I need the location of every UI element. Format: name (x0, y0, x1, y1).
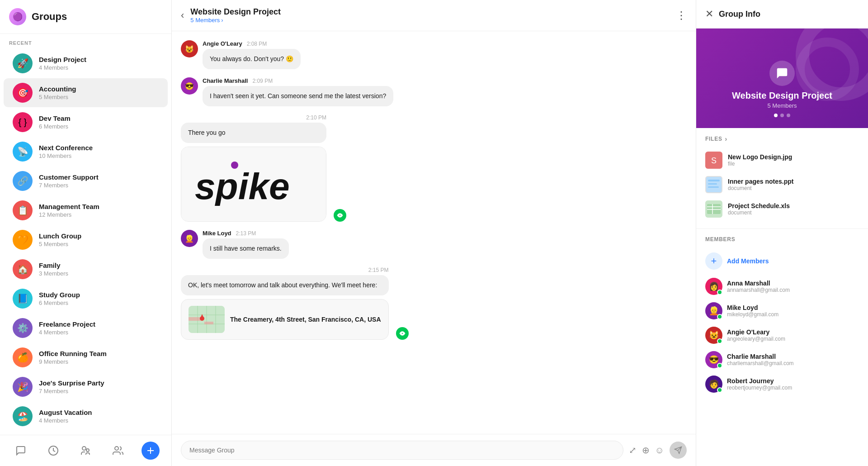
member-status-mike (717, 314, 722, 319)
files-section: FILES › SNew Logo Design.jpgfileInner pa… (696, 128, 868, 228)
sidebar-title: Groups (32, 11, 67, 23)
file-item-f1[interactable]: SNew Logo Design.jpgfile (705, 148, 859, 172)
group-item-freelance-project[interactable]: ⚙️Freelance Project4 Members (4, 314, 168, 342)
chat-title: Website Design Project (190, 7, 281, 17)
member-email-anna: annamarshall@gmail.com (727, 287, 790, 293)
banner-members-count: 5 Members (767, 102, 797, 109)
input-actions: ⤢ ⊕ ☺ (629, 442, 687, 459)
message-bubble: I still have some remarks. (203, 238, 289, 259)
nav-chat-icon[interactable] (12, 442, 30, 460)
file-thumbnail-f3 (705, 200, 722, 218)
member-email-mike: mikeloyd@gmail.com (727, 311, 778, 318)
members-section-title: MEMBERS (705, 236, 859, 243)
message-avatar: 👱 (181, 230, 198, 247)
add-members-button[interactable]: + Add Members (705, 248, 859, 274)
group-members-next-conference: 10 Members (39, 152, 159, 159)
chat-members-count: 5 Members (190, 17, 220, 24)
member-item-mike[interactable]: 👱Mike Loydmikeloyd@gmail.com (705, 299, 859, 323)
emoji-icon[interactable]: ☺ (655, 445, 664, 456)
group-item-family[interactable]: 🏠Family3 Members (4, 255, 168, 284)
close-button[interactable]: ✕ (705, 8, 713, 20)
more-options-button[interactable]: ⋮ (676, 9, 687, 21)
svg-point-1 (82, 447, 86, 450)
group-name-dev-team: Dev Team (39, 114, 159, 122)
member-email-angie: angieolearу@gmail.com (727, 336, 785, 342)
group-item-management-team[interactable]: 📋Management Team12 Members (4, 196, 168, 225)
group-name-lunch-group: Lunch Group (39, 232, 159, 240)
group-name-management-team: Management Team (39, 203, 159, 210)
member-item-robert[interactable]: 🧑Robert Journeyreobertjourney@gmail.com (705, 372, 859, 396)
message-avatar: 😎 (181, 77, 198, 95)
attach-icon[interactable]: ⊕ (642, 445, 650, 456)
file-thumbnail-f1: S (705, 152, 722, 169)
group-item-lunch-group[interactable]: 🧡Lunch Group5 Members (4, 225, 168, 254)
message-avatar: 😺 (181, 40, 198, 57)
group-item-next-conference[interactable]: 📡Next Conference10 Members (4, 137, 168, 166)
member-avatar-charlie: 😎 (705, 351, 722, 368)
message-input[interactable] (181, 441, 623, 460)
message-time: 2:08 PM (247, 41, 267, 47)
message-row: 😎Charlie Marshall2:09 PMI haven't seen i… (181, 77, 687, 106)
group-members-lunch-group: 5 Members (39, 241, 159, 247)
message-image-bubble: spike (181, 147, 326, 222)
file-name-f1: New Logo Design.jpg (728, 153, 792, 161)
svg-text:S: S (711, 156, 717, 165)
group-item-joes-surprise-party[interactable]: 🎉Joe's Surprise Party7 Members (4, 372, 168, 401)
member-avatar-angie: 😺 (705, 327, 722, 344)
nav-contacts-icon[interactable] (109, 442, 127, 460)
sidebar-header: 🟣 Groups (0, 0, 171, 34)
banner-decoration-2 (796, 38, 859, 101)
back-button[interactable]: ‹ (181, 10, 184, 21)
expand-icon[interactable]: ⤢ (629, 445, 637, 456)
group-members-august-vacation: 4 Members (39, 417, 159, 424)
dot-1 (774, 114, 778, 117)
member-status-anna (717, 290, 722, 295)
group-members-dev-team: 6 Members (39, 123, 159, 130)
nav-groups-icon[interactable] (76, 442, 94, 460)
message-sender: Charlie Marshall (203, 77, 248, 84)
group-icon-next-conference: 📡 (13, 142, 33, 162)
nav-add-icon[interactable] (142, 442, 160, 460)
group-icon-family: 🏠 (13, 259, 33, 279)
group-icon-dev-team: { } (13, 112, 33, 132)
chat-members-link[interactable]: 5 Members › (190, 17, 281, 24)
group-members-management-team: 12 Members (39, 211, 159, 218)
file-type-f1: file (728, 161, 792, 167)
send-button[interactable] (670, 442, 687, 459)
group-item-design-project[interactable]: 🚀Design Project4 Members (4, 49, 168, 78)
group-item-study-group[interactable]: 📘Study Group6 Members (4, 284, 168, 313)
group-name-study-group: Study Group (39, 291, 159, 299)
group-item-office-running-team[interactable]: 🍊Office Running Team9 Members (4, 343, 168, 372)
file-item-f2[interactable]: Inner pages notes.pptdocument (705, 172, 859, 197)
files-list: SNew Logo Design.jpgfileInner pages note… (705, 148, 859, 221)
bottom-nav (0, 435, 171, 466)
member-item-charlie[interactable]: 😎Charlie Marshallcharliemarshall@gmail.c… (705, 347, 859, 372)
group-item-dev-team[interactable]: { }Dev Team6 Members (4, 108, 168, 137)
svg-text:spike: spike (195, 166, 290, 206)
group-name-august-vacation: August Vacation (39, 409, 159, 416)
section-label: RECENT (0, 34, 171, 48)
file-item-f3[interactable]: Project Schedule.xlsdocument (705, 197, 859, 221)
banner-dots (774, 114, 790, 117)
right-panel: ✕ Group Info Website Design Project 5 Me… (696, 0, 868, 466)
member-email-robert: reobertjourney@gmail.com (727, 385, 792, 391)
member-email-charlie: charliemarshall@gmail.com (727, 360, 794, 366)
member-name-robert: Robert Journey (727, 377, 792, 385)
dot-3 (787, 114, 790, 117)
group-item-customer-support[interactable]: 🔗Customer Support7 Members (4, 166, 168, 195)
svg-rect-17 (204, 322, 213, 324)
group-item-accounting[interactable]: 🎯Accounting5 Members (4, 78, 168, 107)
member-item-anna[interactable]: 👩Anna Marshallannamarshall@gmail.com (705, 274, 859, 299)
message-time-sent: 2:10 PM (181, 114, 326, 121)
files-arrow[interactable]: › (725, 135, 727, 143)
member-status-charlie (717, 363, 722, 368)
message-sender: Angie O'Leary (203, 40, 242, 47)
location-name: The Creamery, 4th Street, San Francisco,… (230, 316, 381, 323)
member-item-angie[interactable]: 😺Angie O'Learyangieolearу@gmail.com (705, 323, 859, 347)
nav-history-icon[interactable] (44, 442, 62, 460)
files-section-title: FILES › (705, 135, 859, 143)
group-item-august-vacation[interactable]: 🏖️August Vacation4 Members (4, 402, 168, 431)
group-icon-freelance-project: ⚙️ (13, 318, 33, 338)
message-text-before-image: There you go (181, 123, 326, 143)
avatar: 🟣 (9, 8, 26, 25)
